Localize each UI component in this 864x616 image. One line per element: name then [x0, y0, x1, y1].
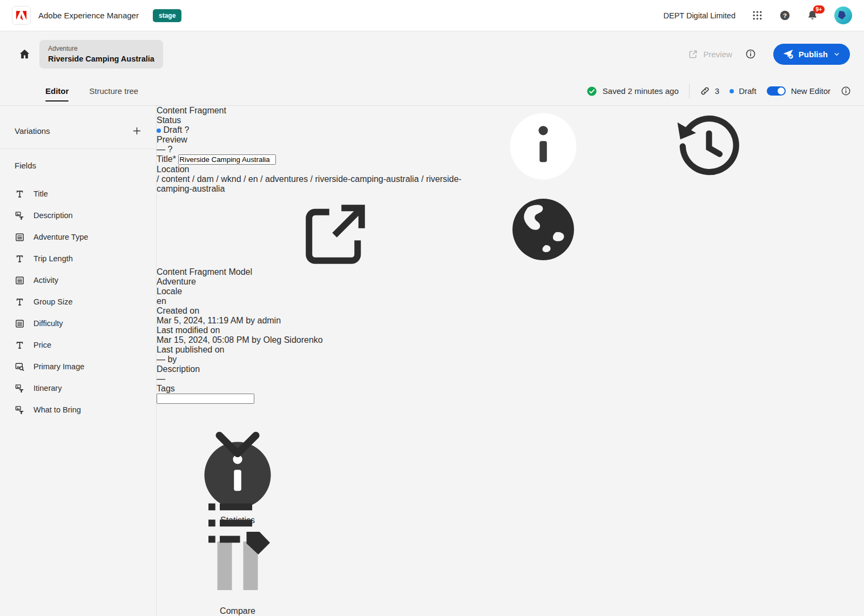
location-path: / content / dam / wknd / en / adventures…	[157, 174, 462, 194]
field-item-what-to-bring[interactable]: What to Bring	[15, 399, 141, 421]
breadcrumb[interactable]: Adventure Riverside Camping Australia	[39, 40, 163, 69]
text-field-icon	[15, 189, 25, 199]
tags-combobox[interactable]	[157, 394, 462, 485]
topbar: Adobe Experience Manager stage DEPT Digi…	[0, 0, 864, 31]
tab-structure-label: Structure tree	[89, 86, 138, 96]
user-avatar[interactable]	[834, 6, 852, 24]
field-item-activity[interactable]: Activity	[15, 269, 141, 291]
field-item-difficulty[interactable]: Difficulty	[15, 313, 141, 334]
field-item-itinerary[interactable]: Itinerary	[15, 377, 141, 399]
tags-input[interactable]	[157, 394, 254, 404]
title-field-block: Title*	[157, 154, 462, 165]
fragment-title-input[interactable]	[178, 154, 276, 165]
description-block: Description —	[157, 364, 462, 384]
field-item-group-size[interactable]: Group Size	[15, 291, 141, 313]
publish-plane-icon	[782, 49, 794, 59]
save-status: Saved 2 minutes ago	[586, 86, 679, 97]
new-editor-label: New Editor	[791, 86, 831, 96]
richtext-field-icon	[15, 211, 25, 221]
org-switcher[interactable]: DEPT Digital Limited	[663, 11, 735, 20]
model-block: Content Fragment Model Adventure	[157, 194, 462, 287]
created-block: Created on Mar 5, 2024, 11:19 AM by admi…	[157, 306, 462, 326]
field-item-price[interactable]: Price	[15, 334, 141, 356]
browse-tags-button[interactable]	[157, 485, 319, 566]
toggle-switch[interactable]	[767, 86, 786, 96]
enumeration-field-icon	[15, 232, 25, 242]
tags-block: Tags	[157, 384, 462, 568]
field-item-title[interactable]: Title	[15, 183, 141, 205]
status-help-icon[interactable]: ?	[185, 125, 190, 134]
variations-label: Variations	[15, 126, 50, 136]
field-item-trip-length[interactable]: Trip Length	[15, 248, 141, 269]
publish-button[interactable]: Publish	[773, 44, 850, 65]
open-model-icon[interactable]	[254, 194, 416, 275]
home-icon[interactable]	[18, 48, 31, 60]
notification-badge: 9+	[813, 5, 825, 13]
text-field-icon	[15, 297, 25, 307]
preview-help-icon[interactable]: ?	[167, 145, 172, 154]
tab-editor-label: Editor	[45, 86, 69, 96]
new-editor-toggle[interactable]: New Editor	[767, 86, 831, 96]
info-icon	[462, 106, 624, 187]
divider	[689, 84, 690, 98]
apps-grid-icon[interactable]	[752, 10, 763, 21]
fields-sidebar: Variations Fields Title Description Adve…	[0, 106, 157, 616]
published-block: Last published on — by	[157, 345, 462, 364]
variations-section: Variations	[0, 106, 156, 149]
richtext-field-icon	[15, 405, 25, 415]
rail-language-tab[interactable]	[462, 189, 624, 270]
references-button[interactable]: 3	[700, 86, 719, 96]
rail-info-tab[interactable]	[462, 106, 624, 187]
text-field-icon	[15, 254, 25, 264]
tab-bar: Editor Structure tree Saved 2 minutes ag…	[0, 77, 864, 106]
enumeration-field-icon	[15, 275, 25, 286]
fields-label: Fields	[15, 161, 141, 170]
breadcrumb-model: Adventure	[48, 45, 154, 52]
created-value: Mar 5, 2024, 11:19 AM by admin	[157, 316, 462, 326]
rail-history-tab[interactable]	[626, 106, 788, 187]
saved-check-icon	[586, 86, 597, 97]
field-item-description[interactable]: Description	[15, 205, 141, 226]
publish-info-icon[interactable]	[745, 49, 756, 59]
link-icon	[700, 86, 710, 96]
environment-badge: stage	[153, 9, 181, 22]
publish-label: Publish	[799, 50, 828, 59]
description-box[interactable]: —	[157, 374, 462, 384]
history-icon	[626, 106, 788, 187]
external-link-icon	[688, 49, 698, 59]
richtext-field-icon	[15, 383, 25, 394]
field-item-primary-image[interactable]: Primary Image	[15, 356, 141, 377]
status-badge: Draft	[730, 86, 757, 96]
enumeration-field-icon	[15, 319, 25, 329]
properties-panel: Content Fragment Status Draft ? Preview …	[157, 106, 462, 616]
saved-label: Saved 2 minutes ago	[603, 86, 679, 96]
locale-block: Locale en	[157, 287, 462, 306]
app-title: Adobe Experience Manager	[38, 11, 139, 20]
right-rail	[462, 106, 864, 616]
references-count: 3	[715, 86, 719, 96]
globe-icon	[462, 189, 624, 270]
required-marker: *	[173, 154, 176, 164]
add-variation-button[interactable]	[132, 126, 141, 136]
notifications-bell-icon[interactable]: 9+	[807, 10, 818, 21]
model-value: Adventure	[157, 277, 462, 287]
reference-field-icon	[15, 362, 25, 372]
tab-structure-tree[interactable]: Structure tree	[89, 77, 138, 105]
chevron-down-icon	[833, 50, 841, 58]
tags-chevron-button[interactable]	[157, 404, 462, 485]
preview-button[interactable]: Preview	[688, 49, 732, 59]
adobe-logo-icon[interactable]	[12, 6, 31, 25]
panel-title: Content Fragment	[157, 106, 462, 116]
location-block: Location / content / dam / wknd / en / a…	[157, 165, 462, 194]
aem-content-fragment-editor: Adobe Experience Manager stage DEPT Digi…	[0, 0, 864, 616]
modified-block: Last modified on Mar 15, 2024, 05:08 PM …	[157, 326, 462, 345]
draft-dot	[730, 89, 734, 93]
breadcrumb-title: Riverside Camping Australia	[48, 55, 154, 63]
field-item-adventure-type[interactable]: Adventure Type	[15, 226, 141, 248]
status-block: Status Draft ?	[157, 116, 462, 135]
tab-editor[interactable]: Editor	[45, 77, 69, 105]
header-row: Adventure Riverside Camping Australia Pr…	[0, 31, 864, 77]
draft-dot	[157, 128, 161, 133]
help-icon[interactable]	[779, 10, 791, 21]
editor-info-icon[interactable]	[841, 86, 851, 96]
